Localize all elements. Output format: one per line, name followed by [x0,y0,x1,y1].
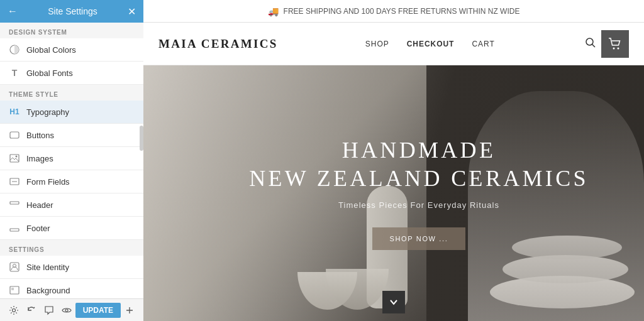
svg-line-25 [592,44,595,47]
svg-rect-6 [10,202,19,204]
footer-label: Footer [26,224,50,233]
sidebar-item-header[interactable]: Header [0,193,143,217]
eye-icon-btn[interactable] [58,302,75,319]
cart-icon-btn[interactable] [601,30,629,58]
comment-icon-btn[interactable] [40,302,58,319]
announcement-bar: 🚚 FREE SHIPPING AND 100 DAYS FREE RETURN… [143,0,644,23]
search-icon[interactable] [582,35,599,53]
background-label: Background [26,286,70,295]
form-fields-label: Form Fields [26,177,70,187]
global-fonts-icon: T [9,67,20,79]
hero-section: HANDMADE NEW ZEALAND CERAMICS Timeless P… [143,65,644,321]
svg-point-26 [613,47,614,49]
update-button[interactable]: UPDATE [75,303,121,318]
typography-icon: H1 [9,106,20,117]
svg-rect-2 [10,155,19,162]
sidebar-header: ← Site Settings ✕ [0,0,143,23]
hero-subtitle: Timeless Pieces For Everyday Rituals [249,200,589,210]
sidebar-item-buttons[interactable]: Buttons [0,124,143,147]
announcement-text: FREE SHIPPING AND 100 DAYS FREE RETURNS … [284,7,520,16]
hero-title: HANDMADE NEW ZEALAND CERAMICS [249,136,589,193]
nav-checkout[interactable]: CHECKOUT [407,40,455,48]
images-icon [9,153,20,164]
shipping-icon: 🚚 [268,6,279,16]
site-identity-label: Site Identity [26,263,69,272]
settings-label: SETTINGS [0,240,143,256]
form-fields-icon [9,176,20,187]
nav-cart[interactable]: CART [472,40,494,48]
sidebar-item-global-colors[interactable]: Global Colors [0,38,143,62]
svg-point-27 [617,47,619,49]
svg-point-24 [586,38,593,45]
site-identity-icon [9,261,20,273]
header-label: Header [26,200,53,210]
sidebar-scrollbar[interactable] [140,126,143,151]
design-system-label: DESIGN SYSTEM [0,23,143,38]
global-colors-icon [9,44,20,55]
settings-icon-btn[interactable] [5,302,23,319]
background-icon [9,285,20,296]
header-icon [9,199,20,210]
sidebar-item-site-identity[interactable]: Site Identity [0,256,143,279]
sidebar-item-images[interactable]: Images [0,147,143,170]
typography-label: Typography [26,107,69,117]
sidebar-item-global-fonts[interactable]: T Global Fonts [0,62,143,85]
footer-icon [9,222,20,234]
svg-point-22 [12,308,15,312]
expand-icon-btn[interactable] [121,302,138,319]
global-fonts-label: Global Fonts [26,68,73,78]
svg-rect-11 [11,288,14,290]
theme-style-label: THEME STYLE [0,85,143,101]
svg-rect-1 [10,132,19,138]
close-icon[interactable]: ✕ [128,6,136,18]
site-header: MAIA CERAMICS SHOP CHECKOUT CART [143,23,644,65]
main-content: 🚚 FREE SHIPPING AND 100 DAYS FREE RETURN… [143,0,644,321]
buttons-icon [9,129,20,141]
shop-now-button[interactable]: SHOP NOW ... [372,227,466,250]
sidebar-title: Site Settings [48,6,97,16]
svg-point-3 [16,156,18,158]
back-arrow-icon[interactable]: ← [8,6,18,17]
sidebar: ← Site Settings ✕ DESIGN SYSTEM Global C… [0,0,143,321]
svg-rect-7 [10,229,19,231]
sidebar-item-form-fields[interactable]: Form Fields [0,170,143,193]
scroll-down-button[interactable] [382,291,405,313]
site-logo: MAIA CERAMICS [158,37,278,51]
site-nav: SHOP CHECKOUT CART [365,40,495,48]
undo-icon-btn[interactable] [23,302,40,319]
sidebar-bottom-bar: UPDATE [0,298,143,321]
nav-shop[interactable]: SHOP [365,40,389,48]
svg-point-23 [65,309,68,312]
images-label: Images [26,154,53,163]
nav-icons [582,30,629,58]
global-colors-label: Global Colors [26,45,76,55]
sidebar-item-typography[interactable]: H1 Typography [0,101,143,124]
sidebar-item-footer[interactable]: Footer [0,217,143,240]
buttons-label: Buttons [26,131,54,140]
hero-content: HANDMADE NEW ZEALAND CERAMICS Timeless P… [249,136,589,250]
